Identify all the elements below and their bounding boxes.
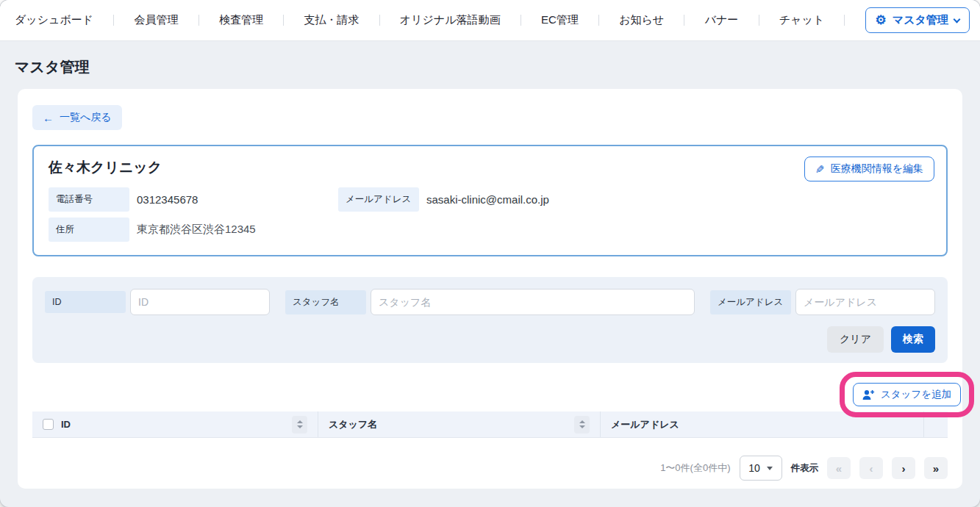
add-staff-label: スタッフを追加: [881, 388, 951, 401]
column-header-id: ID: [32, 411, 318, 437]
add-staff-button[interactable]: スタッフを追加: [853, 383, 961, 406]
last-page-button[interactable]: »: [924, 457, 948, 479]
nav-separator: [684, 15, 684, 26]
gear-icon: ⚙: [876, 14, 887, 26]
nav-item-billing[interactable]: 支払・請求: [304, 13, 359, 27]
search-staff-name-input[interactable]: [371, 289, 695, 315]
nav-item-chat[interactable]: チャット: [779, 13, 824, 27]
nav-separator: [844, 15, 845, 26]
column-id-label: ID: [61, 419, 71, 430]
search-id-label: ID: [45, 291, 126, 313]
phone-value: 0312345678: [137, 193, 331, 206]
email-value: sasaki-clinic@cmail.co.jp: [426, 193, 931, 206]
back-arrow-icon: ←: [43, 112, 54, 123]
clinic-name: 佐々木クリニック: [49, 158, 931, 177]
back-button-label: 一覧へ戻る: [60, 111, 112, 124]
sort-down-icon: [297, 425, 303, 428]
nav-separator: [198, 15, 199, 26]
staff-table-header: ID スタッフ名 メールアドレス: [32, 411, 948, 438]
chevron-down-icon: [953, 15, 960, 23]
nav-item-members[interactable]: 会員管理: [135, 13, 179, 27]
sort-down-icon: [579, 425, 585, 428]
select-all-checkbox[interactable]: [43, 419, 54, 430]
nav-item-dashboard[interactable]: ダッシュボード: [15, 13, 93, 27]
search-email-input[interactable]: [795, 289, 935, 315]
nav-separator: [379, 15, 380, 26]
nav-separator: [759, 15, 759, 26]
pencil-icon: ✎: [815, 164, 825, 175]
page-size-unit-label: 件表示: [791, 462, 819, 475]
column-staff-name-label: スタッフ名: [329, 418, 377, 431]
nav-separator: [521, 15, 521, 26]
highlight-annotation: スタッフを追加: [840, 372, 974, 417]
top-navigation: ダッシュボード 会員管理 検査管理 支払・請求 オリジナル落語動画 EC管理 お…: [0, 0, 980, 41]
back-to-list-button[interactable]: ← 一覧へ戻る: [32, 105, 122, 130]
sort-staff-name-button[interactable]: [574, 416, 590, 434]
main-content-card: ← 一覧へ戻る 佐々木クリニック ✎ 医療機関情報を編集 電話番号 031234…: [18, 89, 962, 489]
person-plus-icon: [862, 389, 875, 400]
search-id-input[interactable]: [130, 289, 270, 315]
first-page-button[interactable]: «: [827, 457, 851, 479]
nav-separator: [113, 15, 114, 26]
nav-item-banner[interactable]: バナー: [705, 13, 739, 27]
next-page-button[interactable]: ›: [892, 457, 915, 479]
nav-item-ec[interactable]: EC管理: [541, 13, 579, 27]
edit-clinic-info-button[interactable]: ✎ 医療機関情報を編集: [804, 157, 934, 181]
column-email-label: メールアドレス: [611, 418, 679, 431]
search-button[interactable]: 検索: [891, 326, 935, 353]
nav-item-rakugo-videos[interactable]: オリジナル落語動画: [400, 13, 501, 27]
sort-id-button[interactable]: [292, 416, 307, 434]
sort-up-icon: [297, 420, 303, 423]
result-range-text: 1〜0件(全0件中): [660, 461, 730, 475]
address-label: 住所: [49, 217, 129, 242]
page-title: マスタ管理: [0, 41, 980, 89]
caret-down-icon: [767, 467, 773, 470]
nav-item-news[interactable]: お知らせ: [619, 13, 664, 27]
master-menu-label: マスタ管理: [893, 13, 948, 27]
sort-up-icon: [579, 420, 585, 423]
email-label: メールアドレス: [338, 187, 419, 212]
app-window: ダッシュボード 会員管理 検査管理 支払・請求 オリジナル落語動画 EC管理 お…: [0, 0, 980, 507]
nav-separator: [598, 15, 599, 26]
clinic-info-card: 佐々木クリニック ✎ 医療機関情報を編集 電話番号 0312345678 メール…: [32, 145, 948, 256]
nav-separator: [283, 15, 284, 26]
column-header-staff-name: スタッフ名: [318, 411, 601, 437]
edit-clinic-label: 医療機関情報を編集: [831, 162, 923, 176]
pagination-bar: 1〜0件(全0件中) 10 件表示 « ‹ › »: [32, 456, 948, 481]
search-email-label: メールアドレス: [710, 290, 791, 314]
page-size-value: 10: [748, 462, 760, 474]
nav-item-examinations[interactable]: 検査管理: [219, 13, 263, 27]
master-management-menu-button[interactable]: ⚙ マスタ管理: [865, 7, 970, 33]
add-staff-row: スタッフを追加: [32, 373, 948, 411]
clinic-fields: 電話番号 0312345678 メールアドレス sasaki-clinic@cm…: [49, 187, 931, 242]
prev-page-button[interactable]: ‹: [859, 457, 883, 479]
staff-search-panel: ID スタッフ名 メールアドレス クリア 検索: [32, 277, 948, 363]
clear-button[interactable]: クリア: [827, 326, 884, 353]
page-size-select[interactable]: 10: [740, 456, 782, 481]
phone-label: 電話番号: [49, 187, 129, 212]
search-staff-name-label: スタッフ名: [285, 290, 366, 314]
address-value: 東京都渋谷区渋谷12345: [137, 223, 331, 237]
